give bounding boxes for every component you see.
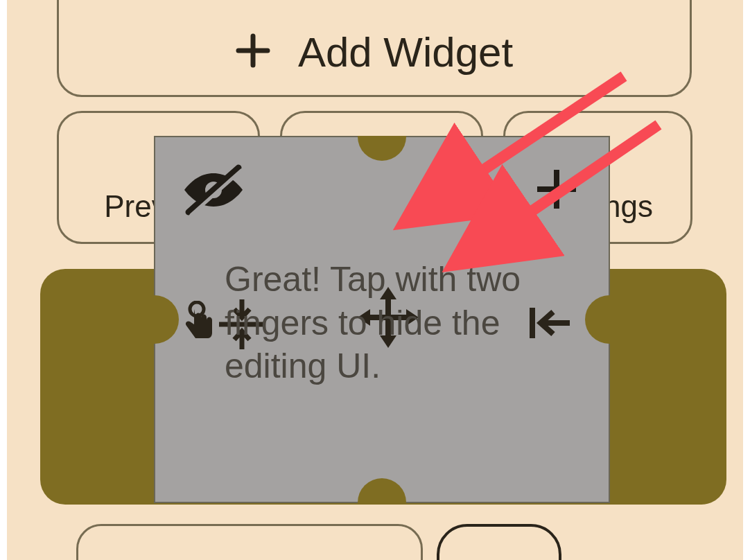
- plus-icon: [236, 29, 270, 75]
- bottom-pill[interactable]: [437, 524, 561, 560]
- touch-icon[interactable]: [183, 301, 215, 340]
- widget-edit-overlay[interactable]: Great! Tap with two fingers to hide the …: [154, 136, 610, 503]
- add-widget-button[interactable]: Add Widget: [57, 0, 692, 97]
- resize-handle-top[interactable]: [358, 136, 406, 161]
- tooltip-text: Great! Tap with two fingers to hide the …: [225, 258, 542, 388]
- bottom-card[interactable]: [76, 524, 423, 560]
- plus-icon[interactable]: [531, 164, 582, 215]
- add-widget-label: Add Widget: [298, 28, 513, 76]
- hide-icon[interactable]: [182, 164, 244, 215]
- resize-handle-bottom[interactable]: [358, 478, 406, 503]
- editor-canvas: Add Widget Preview Settings: [7, 0, 743, 560]
